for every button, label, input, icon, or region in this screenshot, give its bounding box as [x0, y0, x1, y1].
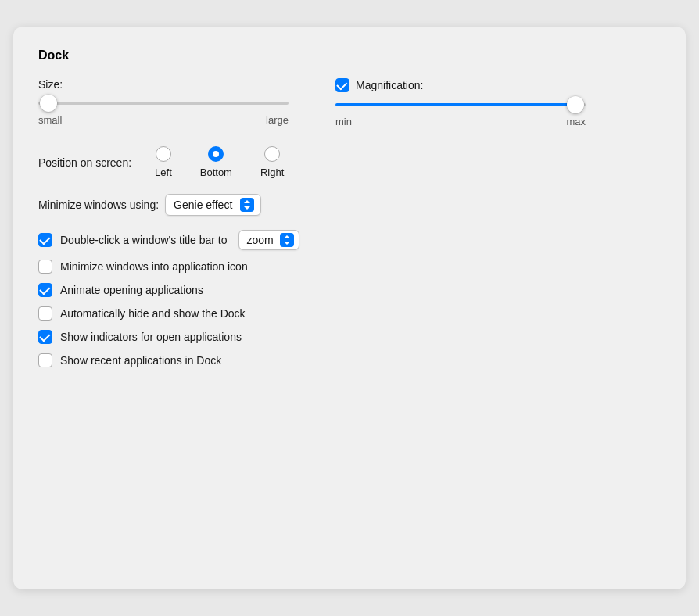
- magnification-slider-group: Magnification: min max: [335, 78, 586, 127]
- double-click-select-arrow: [280, 233, 294, 247]
- minimize-select-arrows-icon: [243, 199, 251, 210]
- minimize-select-value: Genie effect: [174, 199, 232, 211]
- checkbox-row-recent: Show recent applications in Dock: [38, 353, 661, 367]
- position-label-left: Left: [155, 167, 172, 178]
- checkbox-minimize-icon-label: Minimize windows into application icon: [60, 260, 248, 273]
- panel-title: Dock: [38, 48, 661, 63]
- magnification-slider-track-wrapper[interactable]: [335, 97, 586, 113]
- checkbox-recent-label: Show recent applications in Dock: [60, 354, 221, 367]
- position-label-right: Right: [260, 167, 284, 178]
- magnification-slider-thumb[interactable]: [567, 96, 584, 113]
- position-section: Position on screen: Left Bottom Right: [38, 146, 661, 178]
- svg-marker-3: [284, 242, 290, 245]
- position-radio-right[interactable]: [264, 146, 280, 162]
- svg-marker-1: [244, 206, 250, 210]
- checkbox-double-click-label-before: Double-click a window's title bar to: [60, 234, 228, 246]
- magnification-label: Magnification:: [356, 79, 423, 91]
- size-slider-thumb[interactable]: [40, 95, 57, 112]
- size-slider-labels: small large: [38, 114, 289, 126]
- checkbox-double-click[interactable]: [38, 233, 52, 247]
- size-slider-track-wrapper[interactable]: [38, 95, 289, 111]
- checkbox-animate[interactable]: [38, 283, 52, 297]
- double-click-select-arrows-icon: [283, 235, 291, 245]
- svg-marker-2: [284, 235, 290, 238]
- dock-settings-panel: Dock Size: small large Magnification:: [13, 27, 686, 589]
- checkbox-minimize-icon[interactable]: [38, 260, 52, 274]
- svg-marker-0: [244, 200, 250, 203]
- checkbox-indicators-label: Show indicators for open applications: [60, 331, 242, 343]
- minimize-row: Minimize windows using: Genie effect: [38, 194, 661, 216]
- position-radio-group: Left Bottom Right: [155, 146, 284, 178]
- magnification-max-label: max: [566, 116, 586, 127]
- minimize-select-arrow: [240, 198, 254, 212]
- position-label-bottom: Bottom: [200, 167, 232, 178]
- checkbox-autohide[interactable]: [38, 306, 52, 321]
- size-max-label: large: [266, 114, 289, 126]
- checkbox-indicators[interactable]: [38, 330, 52, 344]
- double-click-inline-select[interactable]: zoom: [238, 230, 299, 250]
- checkbox-row-double-click: Double-click a window's title bar to zoo…: [38, 230, 661, 250]
- checkbox-autohide-label: Automatically hide and show the Dock: [60, 307, 246, 320]
- minimize-select[interactable]: Genie effect: [165, 194, 261, 216]
- position-radio-bottom[interactable]: [208, 146, 224, 162]
- size-slider-track: [38, 102, 289, 105]
- minimize-label: Minimize windows using:: [38, 199, 159, 211]
- position-label: Position on screen:: [38, 156, 131, 169]
- position-option-bottom[interactable]: Bottom: [200, 146, 232, 178]
- double-click-select-value: zoom: [247, 234, 274, 246]
- checkbox-row-autohide: Automatically hide and show the Dock: [38, 306, 661, 321]
- checkbox-animate-label: Animate opening applications: [60, 284, 203, 296]
- checkbox-recent[interactable]: [38, 353, 52, 367]
- size-min-label: small: [38, 114, 62, 126]
- magnification-slider-labels: min max: [335, 116, 586, 127]
- size-label: Size:: [38, 78, 63, 91]
- checkbox-row-animate: Animate opening applications: [38, 283, 661, 297]
- checkbox-row-minimize-icon: Minimize windows into application icon: [38, 260, 661, 274]
- size-slider-group: Size: small large: [38, 78, 289, 126]
- position-option-left[interactable]: Left: [155, 146, 172, 178]
- magnification-checkbox[interactable]: [335, 78, 350, 92]
- position-option-right[interactable]: Right: [260, 146, 284, 178]
- checkbox-row-indicators: Show indicators for open applications: [38, 330, 661, 344]
- checkboxes-section: Double-click a window's title bar to zoo…: [38, 230, 661, 367]
- position-radio-left[interactable]: [156, 146, 171, 162]
- magnification-slider-track: [335, 103, 586, 106]
- magnification-min-label: min: [335, 116, 352, 127]
